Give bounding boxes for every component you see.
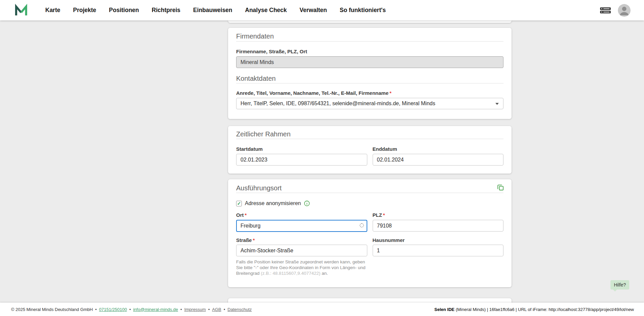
footer-separator: • [224,307,225,312]
required-marker: * [389,90,391,96]
user-avatar[interactable] [618,4,631,17]
firmenname-label: Firmenname, Straße, PLZ, Ort [236,49,503,55]
divider [236,41,503,42]
info-icon[interactable] [304,200,310,206]
startdatum-field: Startdatum [236,146,367,166]
strasse-field: Straße* [236,237,367,256]
copyright-text: © 2025 Mineral Minds Deutschland GmbH [11,307,93,312]
kontakt-label: Anrede, Titel, Vorname, Nachname, Tel.-N… [236,90,503,96]
footer-separator: • [208,307,210,312]
datenschutz-link[interactable]: Datenschutz [227,307,252,312]
impressum-link[interactable]: Impressum [184,307,206,312]
startdatum-label: Startdatum [236,146,367,152]
footer-left: © 2025 Mineral Minds Deutschland GmbH • … [11,307,252,312]
app-logo[interactable] [14,3,28,17]
firmendaten-card: Firmendaten Firmenname, Straße, PLZ, Ort… [228,28,512,119]
required-marker: * [245,212,247,218]
street-hint: Falls die Position keiner Straße zugeord… [236,259,503,276]
divider [236,83,503,83]
enddatum-input[interactable] [373,154,504,166]
divider [236,193,503,193]
ort-input[interactable] [236,220,367,232]
footer-separator: • [95,307,97,312]
hausnummer-field: Hausnummer [373,237,504,256]
nav-analyse-check[interactable]: Analyse Check [239,0,293,20]
footer-separator: • [129,307,131,312]
contact-select-value: Herr, TitelP, Selen, IDE, 0987/654321, s… [240,101,435,107]
page-content: Firmendaten Firmenname, Straße, PLZ, Ort… [0,20,644,303]
enddatum-label: Enddatum [373,146,504,152]
zeitlicher-rahmen-card: Zeitlicher Rahmen Startdatum Enddatum [228,126,512,174]
server-icon[interactable] [600,6,611,14]
chevron-down-icon [495,103,499,105]
strasse-label: Straße* [236,237,367,243]
plz-field: PLZ* [373,212,504,232]
plz-input[interactable] [373,220,504,232]
geo-example: (z.B.: 48.8115607,9.4077422) [261,271,321,276]
phone-link[interactable]: 07151/250100 [99,307,127,312]
anonymize-checkbox[interactable]: ✓ [236,201,242,206]
ort-label: Ort* [236,212,367,218]
card-partial-top [228,20,512,23]
hausnummer-input[interactable] [373,245,504,256]
anonymize-row: ✓ Adresse anonymisieren [236,200,503,207]
nav-verwalten[interactable]: Verwalten [293,0,333,20]
navbar-right [600,4,631,17]
main-nav: Karte Projekte Positionen Richtpreis Ein… [39,0,392,20]
enddatum-field: Enddatum [373,146,504,166]
agb-link[interactable]: AGB [212,307,221,312]
ausfuehrungsort-card: Ausführungsort ✓ Adresse anonymisieren [228,179,512,287]
firmendaten-title: Firmendaten [236,32,503,40]
footer-status: Selen IDE (Mineral Minds) | 16fae1ffc6a6… [434,307,634,312]
nav-richtpreis[interactable]: Richtpreis [145,0,187,20]
divider [236,139,503,139]
nav-positionen[interactable]: Positionen [103,0,145,20]
email-link[interactable]: info@mineral-minds.de [133,307,178,312]
anonymize-label: Adresse anonymisieren [245,200,301,206]
firmenname-input[interactable] [236,56,503,68]
mineral-minds-logo-icon [14,3,28,17]
check-icon: ✓ [237,201,241,206]
zeitraum-title: Zeitlicher Rahmen [236,130,503,138]
kontaktdaten-title: Kontaktdaten [236,74,503,82]
nav-so-funktionierts[interactable]: So funktioniert's [333,0,392,20]
contact-select[interactable]: Herr, TitelP, Selen, IDE, 0987/654321, s… [236,98,503,109]
nav-einbauweisen[interactable]: Einbauweisen [187,0,239,20]
required-marker: * [383,212,385,218]
person-icon [618,4,631,17]
copy-icon[interactable] [497,184,504,191]
startdatum-input[interactable] [236,154,367,166]
loading-spinner-icon [360,223,364,228]
ort-field: Ort* [236,212,367,232]
footer: © 2025 Mineral Minds Deutschland GmbH • … [0,303,644,316]
nav-karte[interactable]: Karte [39,0,67,20]
help-button[interactable]: Hilfe? [610,280,629,290]
ide-status-text: (Mineral Minds) | 16fae1ffc6a6 | URL of … [454,307,634,312]
ausfuehrungsort-title: Ausführungsort [236,184,503,192]
hausnummer-label: Hausnummer [373,237,504,243]
strasse-input[interactable] [236,245,367,256]
footer-separator: • [180,307,182,312]
ide-name: Selen IDE [434,307,454,312]
nav-projekte[interactable]: Projekte [67,0,103,20]
top-navbar: Karte Projekte Positionen Richtpreis Ein… [0,0,644,20]
plz-label: PLZ* [373,212,504,218]
required-marker: * [253,237,255,243]
